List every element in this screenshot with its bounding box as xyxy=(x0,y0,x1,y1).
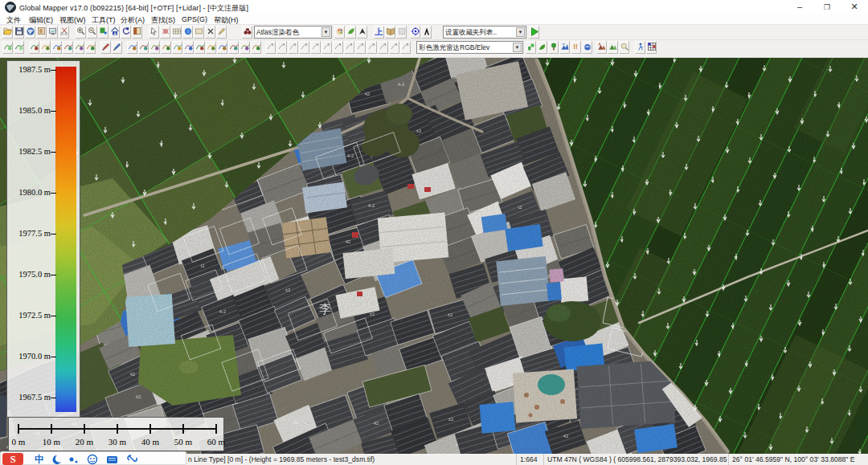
svg-text:中: 中 xyxy=(35,454,44,465)
svg-text:S: S xyxy=(10,453,15,465)
svg-text:A: A xyxy=(599,43,601,47)
svg-text:!!: !! xyxy=(573,43,578,51)
